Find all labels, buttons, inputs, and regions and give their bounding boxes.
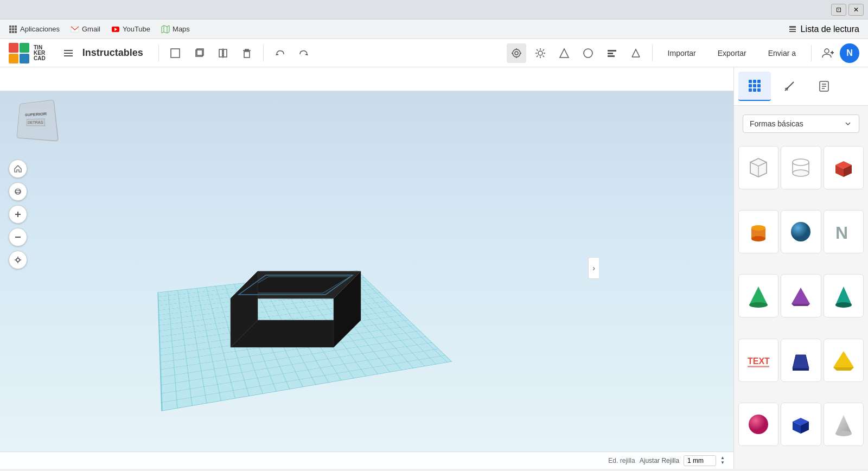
mirror2-button[interactable] bbox=[626, 43, 646, 63]
duplicate-button[interactable] bbox=[189, 43, 209, 63]
shape-cone-green[interactable] bbox=[738, 274, 778, 317]
svg-point-105 bbox=[749, 415, 768, 434]
grid-value-input[interactable] bbox=[684, 455, 716, 466]
undo-button[interactable] bbox=[270, 43, 290, 63]
send-button[interactable]: Enviar a bbox=[760, 44, 805, 62]
user-avatar[interactable]: N bbox=[840, 43, 859, 63]
svg-rect-28 bbox=[245, 49, 248, 50]
dropdown-chevron-icon bbox=[844, 119, 852, 128]
svg-point-97 bbox=[835, 302, 852, 308]
circle-button[interactable] bbox=[578, 43, 598, 63]
measure-tab-button[interactable] bbox=[773, 72, 806, 101]
3d-object[interactable] bbox=[214, 239, 366, 360]
svg-marker-79 bbox=[750, 158, 767, 177]
svg-point-110 bbox=[835, 431, 852, 436]
bookmark-gmail[interactable]: Gmail bbox=[71, 25, 100, 34]
shape-special-n[interactable]: N bbox=[824, 210, 864, 253]
shape-button[interactable] bbox=[554, 43, 574, 63]
shapes-category-label: Formas básicas bbox=[750, 119, 844, 128]
apps-label: Aplicaciones bbox=[20, 25, 60, 33]
svg-point-89 bbox=[751, 236, 765, 241]
align-left-button[interactable] bbox=[602, 43, 622, 63]
reading-list[interactable]: Lista de lectura bbox=[788, 24, 859, 34]
adjust-grid-label: Ajustar Rejilla bbox=[640, 457, 679, 464]
svg-text:TEXT: TEXT bbox=[748, 357, 770, 366]
svg-rect-7 bbox=[12, 31, 14, 33]
svg-marker-11 bbox=[162, 26, 169, 33]
svg-point-32 bbox=[515, 52, 518, 55]
panel-toggle-button[interactable]: › bbox=[588, 257, 599, 279]
shape-box-blue2[interactable] bbox=[781, 403, 821, 446]
camera-button[interactable] bbox=[507, 43, 526, 63]
mirror-button[interactable] bbox=[213, 43, 233, 63]
restore-button[interactable]: ⊡ bbox=[831, 4, 846, 16]
svg-rect-26 bbox=[244, 52, 250, 58]
shape-sphere-blue[interactable] bbox=[781, 210, 821, 253]
svg-point-90 bbox=[791, 222, 810, 241]
redo-button[interactable] bbox=[294, 43, 314, 63]
svg-marker-103 bbox=[833, 351, 854, 367]
new-object-button[interactable] bbox=[165, 43, 185, 63]
svg-rect-14 bbox=[789, 26, 796, 28]
svg-point-37 bbox=[538, 51, 542, 55]
svg-rect-17 bbox=[64, 50, 73, 51]
shape-cylinder-orange[interactable] bbox=[738, 210, 778, 253]
shape-cylinder-wire[interactable] bbox=[781, 146, 821, 189]
delete-button[interactable] bbox=[237, 43, 257, 63]
shape-box-solid[interactable] bbox=[824, 146, 864, 189]
light-button[interactable] bbox=[531, 43, 550, 63]
svg-rect-24 bbox=[224, 49, 227, 57]
svg-rect-16 bbox=[789, 31, 796, 32]
right-panel: Formas básicas bbox=[733, 67, 868, 469]
svg-point-80 bbox=[793, 159, 809, 166]
close-button[interactable]: ✕ bbox=[848, 4, 864, 16]
edit-grid-label: Ed. rejilla bbox=[608, 457, 635, 464]
svg-marker-29 bbox=[276, 53, 279, 55]
shape-cone-teal[interactable] bbox=[824, 274, 864, 317]
shape-pyramid-yellow[interactable] bbox=[824, 339, 864, 382]
svg-line-43 bbox=[542, 55, 544, 57]
menu-button[interactable] bbox=[59, 43, 78, 63]
shape-sphere-pink[interactable] bbox=[738, 403, 778, 446]
notes-tab-button[interactable] bbox=[808, 72, 840, 101]
svg-line-42 bbox=[537, 49, 538, 51]
svg-marker-96 bbox=[835, 287, 852, 305]
bookmark-apps[interactable]: Aplicaciones bbox=[9, 25, 60, 34]
svg-marker-102 bbox=[793, 368, 809, 371]
svg-rect-6 bbox=[9, 31, 11, 33]
shape-text-red[interactable]: TEXT bbox=[738, 339, 778, 382]
svg-point-81 bbox=[793, 170, 809, 176]
shape-cone-gray[interactable] bbox=[824, 403, 864, 446]
svg-rect-50 bbox=[608, 55, 615, 57]
svg-marker-95 bbox=[792, 304, 810, 306]
svg-rect-3 bbox=[9, 28, 11, 30]
maps-label: Maps bbox=[173, 25, 190, 33]
import-button[interactable]: Importar bbox=[659, 44, 705, 62]
apps-icon bbox=[9, 25, 17, 34]
svg-rect-99 bbox=[748, 366, 769, 367]
svg-marker-104 bbox=[833, 367, 854, 371]
shape-pyramid-purple[interactable] bbox=[781, 274, 821, 317]
svg-point-93 bbox=[749, 302, 768, 308]
export-button[interactable]: Exportar bbox=[709, 44, 755, 62]
shapes-category-dropdown[interactable]: Formas básicas bbox=[743, 114, 859, 133]
bottom-status-bar: Ed. rejilla Ajustar Rejilla ▲ ▼ bbox=[0, 451, 733, 469]
svg-rect-8 bbox=[15, 31, 17, 33]
svg-point-88 bbox=[751, 225, 765, 231]
viewport-3d[interactable]: SUPERIOR DETRAS bbox=[0, 67, 733, 469]
reading-list-icon bbox=[788, 25, 797, 34]
svg-rect-15 bbox=[789, 29, 796, 30]
shapes-tab-button[interactable] bbox=[738, 72, 771, 101]
bookmark-maps[interactable]: Maps bbox=[161, 25, 190, 34]
svg-text:N: N bbox=[835, 223, 848, 243]
project-title: Instructables bbox=[82, 47, 143, 59]
grid-spinner[interactable]: ▲ ▼ bbox=[720, 456, 725, 465]
bookmark-youtube[interactable]: YouTube bbox=[111, 25, 150, 34]
shape-prism-blue[interactable] bbox=[781, 339, 821, 382]
svg-line-45 bbox=[537, 55, 538, 57]
shape-box-wire[interactable] bbox=[738, 146, 778, 189]
maps-icon bbox=[161, 25, 170, 34]
svg-point-52 bbox=[825, 49, 829, 53]
tinkercad-logo: TINKERCAD bbox=[9, 43, 46, 63]
add-user-button[interactable] bbox=[818, 43, 838, 63]
